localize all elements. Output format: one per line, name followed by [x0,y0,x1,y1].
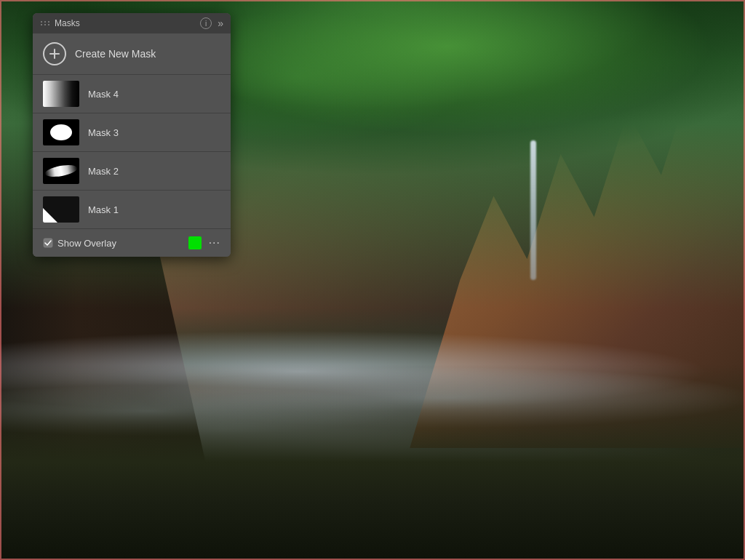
panel-title: Masks [55,18,80,28]
trees-layer [0,364,745,561]
drag-dots [41,21,50,25]
info-icon[interactable]: i [200,17,212,29]
checkbox-checked-icon [43,238,53,248]
mask-4-name: Mask 4 [88,89,119,100]
panel-header-left: Masks [40,18,80,28]
mask-item-3[interactable]: Mask 3 [33,113,231,152]
waterfall [530,140,536,281]
mask-2-name: Mask 2 [88,166,119,177]
mask-4-thumbnail [43,81,79,107]
show-overlay-label: Show Overlay [57,238,184,249]
panel-header: Masks i » [33,13,231,33]
mask-3-thumbnail [43,119,79,145]
mask-1-thumbnail [43,196,79,223]
mask-item-1[interactable]: Mask 1 [33,191,231,229]
plus-circle-icon [43,42,66,65]
create-mask-label: Create New Mask [75,48,156,60]
panel-body: Create New Mask Mask 4 Mask 3 Mask 2 Mas… [33,33,231,257]
mask-item-4[interactable]: Mask 4 [33,75,231,113]
panel-header-right: i » [200,17,223,29]
show-overlay-row: Show Overlay ··· [33,229,231,257]
show-overlay-checkbox[interactable] [43,238,53,248]
mask-item-2[interactable]: Mask 2 [33,152,231,191]
mask-3-name: Mask 3 [88,127,119,138]
masks-panel: Masks i » Create New Mask Mask 4 M [33,13,231,257]
drag-handle[interactable] [40,18,50,28]
overlay-more-button[interactable]: ··· [209,236,220,249]
plus-icon [49,48,60,60]
create-new-mask-button[interactable]: Create New Mask [33,33,231,75]
overlay-color-swatch[interactable] [188,236,202,249]
expand-icon[interactable]: » [218,17,223,29]
mask-1-name: Mask 1 [88,204,119,215]
mask-2-thumbnail [43,158,79,184]
